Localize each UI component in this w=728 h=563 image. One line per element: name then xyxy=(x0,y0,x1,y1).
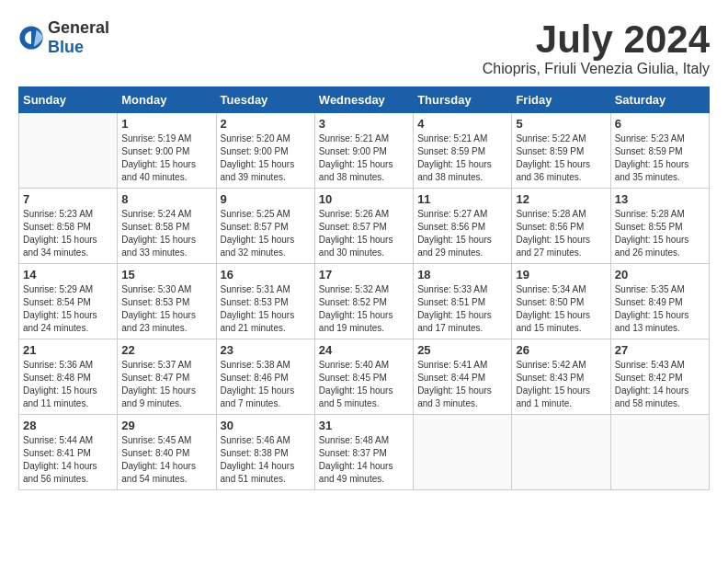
title-area: July 2024 Chiopris, Friuli Venezia Giuli… xyxy=(483,18,710,77)
day-cell: 15Sunrise: 5:30 AM Sunset: 8:53 PM Dayli… xyxy=(118,264,216,339)
day-cell: 16Sunrise: 5:31 AM Sunset: 8:53 PM Dayli… xyxy=(216,264,314,339)
day-info: Sunrise: 5:40 AM Sunset: 8:45 PM Dayligh… xyxy=(319,359,409,410)
week-row-3: 14Sunrise: 5:29 AM Sunset: 8:54 PM Dayli… xyxy=(19,264,710,339)
day-info: Sunrise: 5:23 AM Sunset: 8:58 PM Dayligh… xyxy=(23,208,113,259)
day-number: 20 xyxy=(615,268,705,282)
day-number: 7 xyxy=(23,192,113,206)
day-info: Sunrise: 5:28 AM Sunset: 8:56 PM Dayligh… xyxy=(516,208,606,259)
day-info: Sunrise: 5:42 AM Sunset: 8:43 PM Dayligh… xyxy=(516,359,606,410)
day-number: 28 xyxy=(23,419,113,432)
day-info: Sunrise: 5:28 AM Sunset: 8:55 PM Dayligh… xyxy=(615,208,705,259)
header-cell-saturday: Saturday xyxy=(610,87,709,113)
day-info: Sunrise: 5:45 AM Sunset: 8:40 PM Dayligh… xyxy=(121,434,211,486)
day-cell xyxy=(610,415,709,490)
day-info: Sunrise: 5:43 AM Sunset: 8:42 PM Dayligh… xyxy=(615,359,705,410)
day-number: 27 xyxy=(615,343,705,357)
logo-text: General Blue xyxy=(48,18,109,57)
day-info: Sunrise: 5:22 AM Sunset: 8:59 PM Dayligh… xyxy=(516,132,606,184)
day-info: Sunrise: 5:20 AM Sunset: 9:00 PM Dayligh… xyxy=(221,132,311,184)
day-info: Sunrise: 5:19 AM Sunset: 9:00 PM Dayligh… xyxy=(121,132,211,184)
day-number: 16 xyxy=(221,268,311,282)
day-cell: 17Sunrise: 5:32 AM Sunset: 8:52 PM Dayli… xyxy=(314,264,413,339)
day-cell xyxy=(414,415,512,490)
day-cell: 28Sunrise: 5:44 AM Sunset: 8:41 PM Dayli… xyxy=(19,415,118,490)
day-cell: 21Sunrise: 5:36 AM Sunset: 8:48 PM Dayli… xyxy=(19,339,118,415)
day-info: Sunrise: 5:33 AM Sunset: 8:51 PM Dayligh… xyxy=(417,283,507,335)
day-cell: 1Sunrise: 5:19 AM Sunset: 9:00 PM Daylig… xyxy=(118,113,216,189)
day-info: Sunrise: 5:30 AM Sunset: 8:53 PM Dayligh… xyxy=(121,283,211,335)
day-number: 30 xyxy=(221,419,311,432)
day-cell: 10Sunrise: 5:26 AM Sunset: 8:57 PM Dayli… xyxy=(314,189,413,264)
day-cell: 9Sunrise: 5:25 AM Sunset: 8:57 PM Daylig… xyxy=(216,189,314,264)
day-cell xyxy=(512,415,610,490)
day-number: 21 xyxy=(23,343,113,357)
day-cell: 18Sunrise: 5:33 AM Sunset: 8:51 PM Dayli… xyxy=(414,264,512,339)
day-number: 19 xyxy=(516,268,606,282)
header-cell-thursday: Thursday xyxy=(414,87,512,113)
day-number: 13 xyxy=(615,192,705,206)
day-cell: 19Sunrise: 5:34 AM Sunset: 8:50 PM Dayli… xyxy=(512,264,610,339)
day-number: 8 xyxy=(121,192,211,206)
day-info: Sunrise: 5:25 AM Sunset: 8:57 PM Dayligh… xyxy=(221,208,311,259)
day-info: Sunrise: 5:36 AM Sunset: 8:48 PM Dayligh… xyxy=(23,359,113,410)
logo-icon xyxy=(18,25,44,51)
day-cell: 12Sunrise: 5:28 AM Sunset: 8:56 PM Dayli… xyxy=(512,189,610,264)
day-number: 12 xyxy=(516,192,606,206)
day-info: Sunrise: 5:21 AM Sunset: 8:59 PM Dayligh… xyxy=(417,132,507,184)
day-cell: 24Sunrise: 5:40 AM Sunset: 8:45 PM Dayli… xyxy=(314,339,413,415)
day-cell: 29Sunrise: 5:45 AM Sunset: 8:40 PM Dayli… xyxy=(118,415,216,490)
day-number: 15 xyxy=(121,268,211,282)
day-number: 22 xyxy=(121,343,211,357)
week-row-5: 28Sunrise: 5:44 AM Sunset: 8:41 PM Dayli… xyxy=(19,415,710,490)
day-cell: 22Sunrise: 5:37 AM Sunset: 8:47 PM Dayli… xyxy=(118,339,216,415)
header-row: SundayMondayTuesdayWednesdayThursdayFrid… xyxy=(19,87,710,113)
day-number: 4 xyxy=(417,117,507,131)
logo: General Blue xyxy=(18,18,109,57)
calendar-body: 1Sunrise: 5:19 AM Sunset: 9:00 PM Daylig… xyxy=(19,113,710,490)
day-number: 25 xyxy=(417,343,507,357)
header-cell-tuesday: Tuesday xyxy=(216,87,314,113)
day-number: 5 xyxy=(516,117,606,131)
week-row-4: 21Sunrise: 5:36 AM Sunset: 8:48 PM Dayli… xyxy=(19,339,710,415)
day-cell: 5Sunrise: 5:22 AM Sunset: 8:59 PM Daylig… xyxy=(512,113,610,189)
day-cell xyxy=(19,113,118,189)
main-title: July 2024 xyxy=(483,18,710,61)
day-info: Sunrise: 5:29 AM Sunset: 8:54 PM Dayligh… xyxy=(23,283,113,335)
day-info: Sunrise: 5:31 AM Sunset: 8:53 PM Dayligh… xyxy=(221,283,311,335)
day-info: Sunrise: 5:24 AM Sunset: 8:58 PM Dayligh… xyxy=(121,208,211,259)
day-cell: 11Sunrise: 5:27 AM Sunset: 8:56 PM Dayli… xyxy=(414,189,512,264)
day-cell: 31Sunrise: 5:48 AM Sunset: 8:37 PM Dayli… xyxy=(314,415,413,490)
day-number: 2 xyxy=(221,117,311,131)
logo-general: General xyxy=(48,18,109,37)
day-number: 26 xyxy=(516,343,606,357)
day-number: 6 xyxy=(615,117,705,131)
day-number: 31 xyxy=(319,419,409,432)
day-cell: 8Sunrise: 5:24 AM Sunset: 8:58 PM Daylig… xyxy=(118,189,216,264)
day-number: 3 xyxy=(319,117,409,131)
page-header: General Blue July 2024 Chiopris, Friuli … xyxy=(18,18,710,77)
day-number: 9 xyxy=(221,192,311,206)
day-number: 17 xyxy=(319,268,409,282)
day-cell: 23Sunrise: 5:38 AM Sunset: 8:46 PM Dayli… xyxy=(216,339,314,415)
calendar-table: SundayMondayTuesdayWednesdayThursdayFrid… xyxy=(18,86,710,490)
day-cell: 27Sunrise: 5:43 AM Sunset: 8:42 PM Dayli… xyxy=(610,339,709,415)
day-cell: 20Sunrise: 5:35 AM Sunset: 8:49 PM Dayli… xyxy=(610,264,709,339)
day-cell: 6Sunrise: 5:23 AM Sunset: 8:59 PM Daylig… xyxy=(610,113,709,189)
day-info: Sunrise: 5:41 AM Sunset: 8:44 PM Dayligh… xyxy=(417,359,507,410)
day-number: 24 xyxy=(319,343,409,357)
day-info: Sunrise: 5:46 AM Sunset: 8:38 PM Dayligh… xyxy=(221,434,311,486)
day-number: 23 xyxy=(221,343,311,357)
day-cell: 14Sunrise: 5:29 AM Sunset: 8:54 PM Dayli… xyxy=(19,264,118,339)
day-info: Sunrise: 5:38 AM Sunset: 8:46 PM Dayligh… xyxy=(221,359,311,410)
day-info: Sunrise: 5:37 AM Sunset: 8:47 PM Dayligh… xyxy=(121,359,211,410)
day-cell: 13Sunrise: 5:28 AM Sunset: 8:55 PM Dayli… xyxy=(610,189,709,264)
day-info: Sunrise: 5:34 AM Sunset: 8:50 PM Dayligh… xyxy=(516,283,606,335)
day-number: 1 xyxy=(121,117,211,131)
header-cell-friday: Friday xyxy=(512,87,610,113)
calendar-header: SundayMondayTuesdayWednesdayThursdayFrid… xyxy=(19,87,710,113)
day-cell: 30Sunrise: 5:46 AM Sunset: 8:38 PM Dayli… xyxy=(216,415,314,490)
day-info: Sunrise: 5:23 AM Sunset: 8:59 PM Dayligh… xyxy=(615,132,705,184)
subtitle: Chiopris, Friuli Venezia Giulia, Italy xyxy=(483,61,710,77)
day-number: 10 xyxy=(319,192,409,206)
header-cell-sunday: Sunday xyxy=(19,87,118,113)
